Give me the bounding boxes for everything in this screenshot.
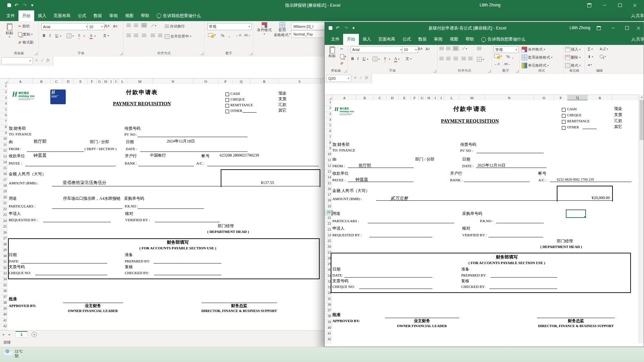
ribbon-tab[interactable]: 开始 [18,10,34,21]
column-header[interactable]: G [419,95,426,101]
row-header[interactable]: 38 [325,314,332,320]
redo-icon[interactable]: ↷▾ [23,3,28,7]
column-header[interactable]: M [460,95,485,101]
align-bottom-button[interactable] [142,24,146,27]
find-select-button[interactable]: ▾ [600,55,606,58]
column-header[interactable]: D [386,95,398,101]
row-header[interactable]: 28 [325,256,332,262]
grow-font-button[interactable]: A˄ [104,23,110,28]
select-all-corner[interactable] [325,95,333,101]
maximize-button[interactable] [621,22,633,34]
row-header[interactable]: 14 [325,175,332,181]
right-sheet-canvas[interactable] [332,100,639,343]
ribbon-tab[interactable]: 审阅 [106,10,121,21]
row-header[interactable]: 2 [325,106,332,112]
column-header[interactable]: F [88,78,97,84]
row-header[interactable]: 40 [325,326,332,331]
column-header[interactable]: A [8,78,33,84]
column-header[interactable]: O [534,95,554,101]
row-header[interactable]: 8 [0,125,8,131]
wrap-text-button[interactable]: 自动换行 [165,24,185,29]
insert-function-icon[interactable]: fx [47,58,50,63]
ribbon-tab[interactable]: 数据 [90,10,106,21]
ribbon-tab[interactable]: 插入 [34,10,50,21]
row-header[interactable]: 32 [325,280,332,285]
alignment-dialog-launcher[interactable] [488,70,491,72]
ribbon-tab[interactable]: 文件 [3,10,18,21]
row-header[interactable]: 26 [325,245,332,250]
comma-style-button[interactable]: , [229,33,230,38]
row-header[interactable]: 5 [325,123,332,129]
increase-decimal-button[interactable]: ←.0 [494,62,500,66]
row-header[interactable]: 31 [325,274,332,280]
font-size-combo[interactable]: 10▾ [402,46,418,53]
row-header[interactable]: 24 [325,233,332,239]
row-header[interactable]: 6 [0,113,8,119]
format-as-table-button[interactable]: 套用表格格式▾ [522,55,552,60]
qat-customize-icon[interactable]: ▾ [31,3,33,8]
delete-cells-button[interactable]: 删除▾ [566,55,581,60]
row-header[interactable]: 1 [325,100,332,106]
row-header[interactable]: 33 [0,272,8,277]
row-header[interactable]: 33 [325,285,332,291]
column-header[interactable]: R [250,78,279,84]
italic-button[interactable]: I [49,33,51,38]
row-header[interactable]: 40 [0,312,8,318]
cell-style-item-1[interactable]: Millares [0]_I [291,22,329,30]
row-header[interactable]: 3 [325,112,332,118]
shrink-font-button[interactable]: A˅ [113,24,118,28]
scroll-up-icon[interactable]: ▲ [639,96,644,99]
borders-button[interactable]: ▾ [373,57,380,61]
row-header[interactable]: 12 [325,164,332,170]
row-header[interactable]: 10 [325,152,332,158]
align-left-button[interactable] [126,34,131,37]
row-header[interactable]: 12 [0,148,8,154]
italic-button[interactable]: I [357,56,359,61]
font-color-dropdown[interactable]: ▾ [398,58,399,61]
align-right-button[interactable] [453,57,458,60]
row-header[interactable]: 37 [0,295,8,301]
ribbon-tab[interactable]: 页面布局 [375,34,399,45]
clipboard-dialog-launcher[interactable] [344,70,346,72]
row-header[interactable]: 20 [0,195,8,201]
enter-icon[interactable]: ✓ [359,75,363,80]
increase-decimal-button[interactable]: ←.0 [235,34,241,37]
ribbon-tab[interactable]: 视图 [121,10,137,21]
row-header[interactable]: 29 [0,248,8,254]
clear-button[interactable]: ◂▾ [588,63,592,67]
column-header[interactable]: H [103,78,109,84]
copy-button[interactable]: 复制▾ [18,32,33,37]
row-header[interactable]: 2 [0,90,8,96]
sheet-nav-left-icon[interactable]: ◄ [0,333,6,336]
row-header[interactable]: 22 [0,207,8,213]
column-header[interactable]: P [219,78,232,84]
column-header[interactable]: O [193,78,219,84]
ribbon-tab[interactable]: 页面布局 [50,10,74,21]
maximize-button[interactable] [614,0,626,10]
grow-font-button[interactable]: A˄ [418,47,423,51]
row-header[interactable]: 3 [0,96,8,102]
align-right-button[interactable] [142,34,146,37]
row-header[interactable]: 15 [0,166,8,172]
format-as-table-button[interactable]: 套用表格格式▾ [274,22,290,38]
wrap-text-button[interactable] [477,47,481,50]
ribbon-tab[interactable]: 帮助 [137,10,153,21]
row-header[interactable]: 32 [0,266,8,272]
number-dialog-launcher[interactable] [250,52,252,55]
column-header[interactable]: N [485,95,534,101]
row-header[interactable]: 20 [325,210,332,216]
phonetic-guide-button[interactable]: 文▾ [103,33,109,38]
align-top-button[interactable] [126,24,131,27]
row-header[interactable]: 23 [0,213,8,219]
underline-button[interactable]: U [55,33,58,38]
ribbon-tab[interactable]: 插入 [359,34,375,45]
column-header[interactable]: M [127,78,153,84]
align-bottom-button[interactable] [453,47,458,50]
row-header[interactable]: 29 [325,262,332,268]
copy-button[interactable]: ▾ [340,54,346,59]
share-button[interactable]: 共享 [629,10,644,21]
shrink-font-button[interactable]: A˅ [426,47,430,51]
column-header[interactable]: H [426,95,432,101]
align-top-button[interactable] [439,47,444,50]
ribbon-tab[interactable]: 公式 [399,34,415,45]
